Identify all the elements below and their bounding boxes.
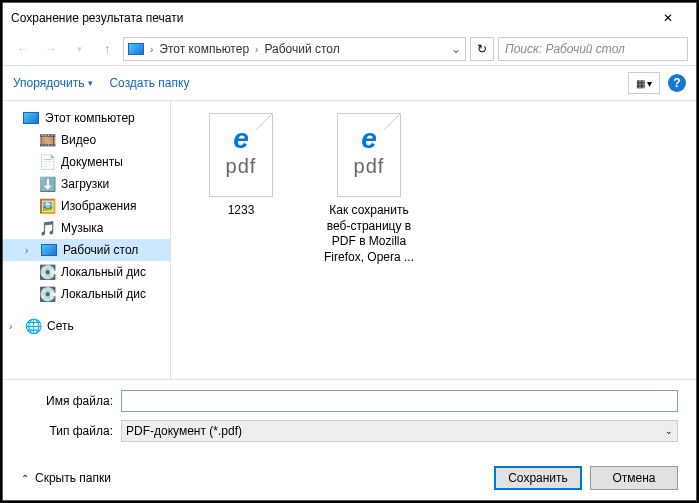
recent-button[interactable]: ▾ [67, 37, 91, 61]
tree-network[interactable]: › 🌐 Сеть [3, 315, 170, 337]
view-button[interactable]: ▦ ▾ [628, 72, 660, 94]
hide-folders-label: Скрыть папки [35, 471, 111, 485]
tree-label: Локальный дис [61, 265, 146, 279]
arrow-right-icon: → [45, 42, 57, 56]
tree-desktop[interactable]: › Рабочий стол [3, 239, 170, 261]
save-dialog: Сохранение результата печати ✕ ← → ▾ ↑ ›… [2, 2, 697, 501]
file-ext: pdf [226, 155, 257, 178]
up-button[interactable]: ↑ [95, 37, 119, 61]
back-button[interactable]: ← [11, 37, 35, 61]
chevron-right-icon: › [255, 44, 258, 55]
disk-icon: 💽 [39, 286, 55, 302]
hide-folders-button[interactable]: ⌃ Скрыть папки [21, 471, 111, 485]
file-name: Как сохранить веб-страницу в PDF в Mozil… [319, 203, 419, 265]
file-item[interactable]: e pdf Как сохранить веб-страницу в PDF в… [319, 113, 419, 265]
tree-disk2[interactable]: 💽 Локальный дис [3, 283, 170, 305]
tree-label: Этот компьютер [45, 111, 135, 125]
tree-label: Локальный дис [61, 287, 146, 301]
tree-label: Сеть [47, 319, 74, 333]
tree-images[interactable]: 🖼️ Изображения [3, 195, 170, 217]
expand-icon[interactable]: › [9, 321, 19, 332]
filetype-select[interactable]: PDF-документ (*.pdf) ⌄ [121, 420, 678, 442]
tree-label: Видео [61, 133, 96, 147]
save-button[interactable]: Сохранить [494, 466, 582, 490]
arrow-up-icon: ↑ [104, 42, 110, 56]
close-icon: ✕ [663, 11, 673, 25]
tree-label: Документы [61, 155, 123, 169]
pdf-file-icon: e pdf [337, 113, 401, 197]
refresh-icon: ↻ [477, 42, 487, 56]
images-icon: 🖼️ [39, 198, 55, 214]
tree-label: Изображения [61, 199, 136, 213]
close-button[interactable]: ✕ [648, 3, 688, 33]
documents-icon: 📄 [39, 154, 55, 170]
file-ext: pdf [354, 155, 385, 178]
sidebar: Этот компьютер 🎞️ Видео 📄 Документы ⬇️ З… [3, 101, 171, 379]
new-folder-label: Создать папку [109, 76, 189, 90]
video-icon: 🎞️ [39, 132, 55, 148]
file-list: e pdf 1233 e pdf Как сохранить веб-стран… [171, 101, 696, 379]
chevron-down-icon: ⌄ [665, 426, 673, 436]
form-area: Имя файла: Тип файла: PDF-документ (*.pd… [3, 379, 696, 456]
save-label: Сохранить [508, 471, 568, 485]
music-icon: 🎵 [39, 220, 55, 236]
breadcrumb-dropdown[interactable]: ⌄ [451, 42, 461, 56]
desktop-icon [41, 244, 57, 256]
filename-input[interactable] [121, 390, 678, 412]
tree-label: Загрузки [61, 177, 109, 191]
network-icon: 🌐 [25, 318, 41, 334]
pdf-file-icon: e pdf [209, 113, 273, 197]
expand-icon[interactable]: › [25, 245, 35, 256]
breadcrumb[interactable]: › Этот компьютер › Рабочий стол ⌄ [123, 37, 466, 61]
edge-icon: e [233, 123, 249, 155]
footer: ⌃ Скрыть папки Сохранить Отмена [3, 456, 696, 500]
arrow-left-icon: ← [17, 42, 29, 56]
new-folder-button[interactable]: Создать папку [109, 76, 189, 90]
help-icon: ? [673, 76, 680, 90]
forward-button[interactable]: → [39, 37, 63, 61]
body: Этот компьютер 🎞️ Видео 📄 Документы ⬇️ З… [3, 101, 696, 379]
organize-label: Упорядочить [13, 76, 84, 90]
downloads-icon: ⬇️ [39, 176, 55, 192]
chevron-right-icon: › [150, 44, 153, 55]
titlebar: Сохранение результата печати ✕ [3, 3, 696, 33]
window-title: Сохранение результата печати [11, 11, 648, 25]
edge-icon: e [361, 123, 377, 155]
organize-button[interactable]: Упорядочить ▾ [13, 76, 93, 90]
tree-computer[interactable]: Этот компьютер [3, 107, 170, 129]
disk-icon: 💽 [39, 264, 55, 280]
computer-icon [23, 112, 39, 124]
file-name: 1233 [228, 203, 255, 219]
file-item[interactable]: e pdf 1233 [191, 113, 291, 219]
breadcrumb-computer[interactable]: Этот компьютер [155, 42, 253, 56]
toolbar: Упорядочить ▾ Создать папку ▦ ▾ ? [3, 65, 696, 101]
filetype-label: Тип файла: [21, 424, 121, 438]
tree-downloads[interactable]: ⬇️ Загрузки [3, 173, 170, 195]
cancel-button[interactable]: Отмена [590, 466, 678, 490]
search-box[interactable] [498, 37, 688, 61]
chevron-down-icon: ▾ [77, 44, 82, 54]
tree-music[interactable]: 🎵 Музыка [3, 217, 170, 239]
computer-icon [128, 43, 144, 55]
tree-label: Музыка [61, 221, 103, 235]
tree-label: Рабочий стол [63, 243, 138, 257]
breadcrumb-desktop[interactable]: Рабочий стол [260, 42, 343, 56]
filetype-value: PDF-документ (*.pdf) [126, 424, 242, 438]
chevron-down-icon: ▾ [88, 78, 93, 88]
chevron-up-icon: ⌃ [21, 473, 29, 484]
navbar: ← → ▾ ↑ › Этот компьютер › Рабочий стол … [3, 33, 696, 65]
view-icon: ▦ ▾ [636, 78, 653, 89]
filename-label: Имя файла: [21, 394, 121, 408]
cancel-label: Отмена [612, 471, 655, 485]
tree-documents[interactable]: 📄 Документы [3, 151, 170, 173]
refresh-button[interactable]: ↻ [470, 37, 494, 61]
tree-video[interactable]: 🎞️ Видео [3, 129, 170, 151]
tree-disk1[interactable]: 💽 Локальный дис [3, 261, 170, 283]
help-button[interactable]: ? [668, 74, 686, 92]
search-input[interactable] [505, 42, 681, 56]
